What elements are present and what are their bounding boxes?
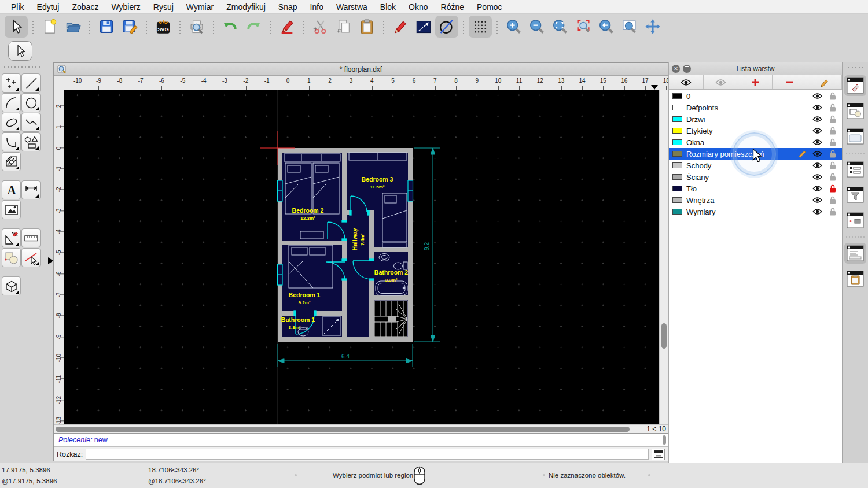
- layer-visibility-eye-icon[interactable]: [812, 173, 822, 180]
- save-button[interactable]: [95, 16, 118, 38]
- horizontal-scrollbar-thumb[interactable]: [56, 427, 630, 432]
- edit-layer-button[interactable]: [807, 75, 842, 89]
- print-preview-button[interactable]: [185, 16, 208, 38]
- layer-visibility-eye-icon[interactable]: [812, 185, 822, 192]
- layer-lock-icon[interactable]: [829, 103, 836, 112]
- attributes-pen-button[interactable]: [389, 16, 412, 38]
- draft-mode-button[interactable]: [435, 16, 458, 38]
- layer-visibility-eye-icon[interactable]: [812, 116, 822, 123]
- remove-layer-button[interactable]: [773, 75, 807, 89]
- command-input[interactable]: [86, 449, 649, 460]
- open-file-button[interactable]: [61, 16, 84, 38]
- layer-row[interactable]: Ściany: [669, 171, 842, 183]
- layer-visibility-eye-icon[interactable]: [812, 150, 822, 157]
- layer-lock-icon[interactable]: [829, 184, 836, 193]
- points-tool-button[interactable]: [2, 73, 21, 93]
- line-properties-button[interactable]: [412, 16, 435, 38]
- dimension-tool-button[interactable]: [21, 180, 41, 199]
- hatch-tool-button[interactable]: [2, 152, 21, 171]
- menu-item[interactable]: Zmodyfikuj: [220, 2, 272, 12]
- palette-grip[interactable]: [2, 65, 42, 69]
- svg-export-button[interactable]: SVG: [152, 16, 175, 38]
- layer-lock-icon[interactable]: [829, 208, 836, 216]
- redo-button[interactable]: [242, 16, 265, 38]
- dock-layer-list-button[interactable]: [844, 75, 866, 96]
- menu-item[interactable]: Wybierz: [105, 2, 146, 12]
- layer-row[interactable]: Defpoints: [669, 102, 842, 113]
- vertical-scrollbar[interactable]: [659, 90, 668, 424]
- zoom-window-button[interactable]: [618, 16, 641, 38]
- add-layer-button[interactable]: [738, 75, 773, 89]
- line-tool-button[interactable]: [21, 73, 41, 93]
- zoom-back-button[interactable]: [595, 16, 618, 38]
- ellipse-tool-button[interactable]: [2, 113, 21, 132]
- detach-panel-icon[interactable]: [683, 65, 691, 73]
- order-tool-button[interactable]: [2, 248, 21, 267]
- layer-visibility-eye-icon[interactable]: [812, 104, 822, 111]
- copy-button[interactable]: [332, 16, 355, 38]
- solid-tool-button[interactable]: [2, 276, 21, 295]
- layer-row[interactable]: Tło: [669, 183, 842, 194]
- modify-tool-button[interactable]: [2, 228, 21, 247]
- menu-item[interactable]: Zobacz: [65, 2, 105, 12]
- select-entity-tool-button[interactable]: [21, 248, 41, 267]
- layer-lock-icon[interactable]: [829, 92, 836, 100]
- history-scrollbar-thumb[interactable]: [663, 435, 666, 445]
- keyboard-button[interactable]: [652, 449, 665, 460]
- layer-row[interactable]: Rozmiary pomieszczeń: [669, 148, 842, 160]
- dock-command-widget-button[interactable]: [844, 243, 866, 264]
- spline-tool-button[interactable]: [21, 113, 41, 132]
- text-tool-button[interactable]: A: [2, 180, 21, 199]
- menu-item[interactable]: Snap: [272, 2, 304, 12]
- image-tool-button[interactable]: [2, 200, 21, 219]
- menu-item[interactable]: Blok: [374, 2, 402, 12]
- layer-lock-icon[interactable]: [829, 127, 836, 135]
- layer-lock-icon[interactable]: [829, 150, 836, 158]
- layer-edit-pencil-icon[interactable]: [797, 150, 807, 158]
- menu-item[interactable]: Pomoc: [470, 2, 509, 12]
- arc-tool-button[interactable]: [2, 93, 21, 112]
- menu-item[interactable]: Edytuj: [31, 2, 66, 12]
- layer-visibility-eye-icon[interactable]: [812, 127, 822, 134]
- dock-grip[interactable]: [847, 66, 863, 69]
- layer-visibility-eye-icon[interactable]: [812, 139, 822, 146]
- drawing-canvas[interactable]: Bedroom 2 12.3m² Bedroom 3 11.5m² Bedroo…: [64, 90, 660, 424]
- layer-row[interactable]: Okna: [669, 136, 842, 148]
- polygon-tool-button[interactable]: [21, 132, 41, 151]
- pen-button[interactable]: [275, 16, 299, 38]
- layer-lock-icon[interactable]: [829, 115, 836, 123]
- layer-row[interactable]: Schody: [669, 160, 842, 171]
- polyline-tool-button[interactable]: [2, 132, 21, 151]
- menu-item[interactable]: Rysuj: [147, 2, 180, 12]
- menu-item[interactable]: Info: [304, 2, 330, 12]
- menu-item[interactable]: Okno: [402, 2, 434, 12]
- measure-tool-button[interactable]: [21, 228, 41, 247]
- zoom-in-button[interactable]: [502, 16, 525, 38]
- grid-toggle-button[interactable]: [469, 16, 492, 38]
- layer-row[interactable]: Drzwi: [669, 113, 842, 125]
- layer-row[interactable]: Etykiety: [669, 125, 842, 136]
- pointer-tool-button[interactable]: [5, 16, 28, 38]
- layer-lock-icon[interactable]: [829, 173, 836, 181]
- layer-row[interactable]: Wnętrza: [669, 194, 842, 206]
- zoom-out-button[interactable]: [525, 16, 549, 38]
- cut-button[interactable]: [309, 16, 332, 38]
- layer-visibility-eye-icon[interactable]: [812, 162, 822, 169]
- zoom-previous-button[interactable]: [572, 16, 595, 38]
- layer-visibility-eye-icon[interactable]: [812, 197, 822, 204]
- vertical-scrollbar-thumb[interactable]: [661, 323, 667, 349]
- dock-block-list-button[interactable]: [844, 101, 866, 121]
- menu-item[interactable]: Różne: [435, 2, 470, 12]
- menu-item[interactable]: Warstwa: [330, 2, 374, 12]
- dock-clipboard-button[interactable]: [844, 268, 866, 289]
- horizontal-scrollbar[interactable]: [54, 424, 645, 433]
- dock-entity-list-button[interactable]: [844, 159, 866, 180]
- layer-row[interactable]: Wymiary: [669, 206, 842, 217]
- save-as-button[interactable]: [118, 16, 141, 38]
- paste-button[interactable]: [355, 16, 378, 38]
- hide-all-layers-button[interactable]: [704, 75, 738, 89]
- new-file-button[interactable]: [38, 16, 61, 38]
- show-all-layers-button[interactable]: [669, 75, 704, 89]
- dock-filter-button[interactable]: [844, 184, 866, 205]
- dock-snap-settings-button[interactable]: [844, 210, 866, 231]
